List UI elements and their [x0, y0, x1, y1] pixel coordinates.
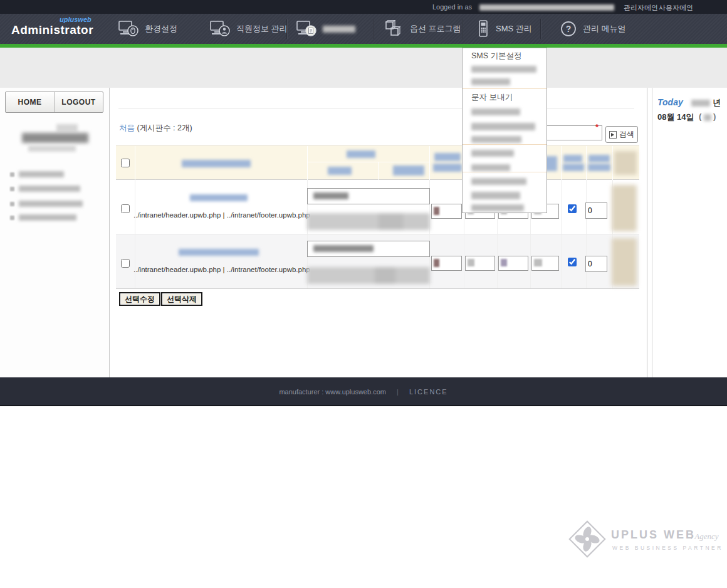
- menu-item-sms-basic[interactable]: SMS 기본설정: [471, 51, 522, 61]
- redacted-menu-item[interactable]: [471, 123, 535, 130]
- search-go-icon: [609, 131, 617, 139]
- redacted-input-value: [468, 259, 474, 266]
- year-suffix: 년: [713, 97, 721, 108]
- redacted-weekday: [704, 114, 711, 121]
- nav-item-manual[interactable]: ? 관리 메뉴얼: [560, 14, 626, 44]
- table-header-row: [116, 145, 639, 180]
- redacted-menu-item[interactable]: [471, 150, 514, 157]
- nav-item-settings[interactable]: 환경설정: [118, 14, 177, 44]
- monitor-person-icon: [209, 20, 231, 38]
- home-button[interactable]: HOME: [6, 92, 55, 112]
- redacted-menu-item[interactable]: [471, 66, 536, 73]
- boxes-icon: [384, 20, 404, 38]
- sidebar-item-redacted[interactable]: [10, 171, 64, 177]
- redacted-board-name-link[interactable]: [190, 194, 248, 201]
- nav-divider: [207, 19, 208, 39]
- redacted-column-header: [182, 160, 251, 167]
- menu-item-send-sms[interactable]: 문자 보내기: [471, 92, 513, 103]
- question-circle-icon: ?: [560, 20, 577, 38]
- main-navbar: uplusweb Administrator 환경설정 직원정보 관리: [0, 14, 727, 44]
- topbar: Logged in as 관리자메인 사용자메인: [0, 0, 727, 14]
- nav-item-label: 옵션 프로그램: [410, 23, 461, 34]
- redacted-menu-item[interactable]: [471, 204, 524, 211]
- redacted-column-header: [588, 155, 610, 162]
- redacted-option-row: [307, 213, 430, 230]
- admin-main-link[interactable]: 관리자메인: [624, 3, 658, 13]
- row-select-checkbox[interactable]: [121, 259, 130, 268]
- delete-selected-button[interactable]: 선택삭제: [161, 292, 202, 306]
- select-all-checkbox[interactable]: [121, 159, 130, 167]
- logout-button[interactable]: LOGOUT: [55, 92, 103, 112]
- nav-item-staff-info[interactable]: 직원정보 관리: [209, 14, 288, 44]
- nav-item-label: 관리 메뉴얼: [583, 23, 626, 34]
- redacted-column-header: [434, 153, 461, 161]
- redacted-option-row: [307, 267, 430, 284]
- nav-item-option-program[interactable]: 옵션 프로그램: [384, 14, 461, 44]
- order-input[interactable]: [585, 202, 607, 219]
- bullet-icon: [10, 216, 14, 220]
- paren-open: (: [699, 112, 701, 121]
- bullet-icon: [10, 202, 14, 206]
- redacted-menu-label: [19, 171, 64, 177]
- redacted-menu-item[interactable]: [471, 192, 520, 199]
- redacted-logged-in-user: [479, 4, 614, 11]
- use-checkbox[interactable]: [568, 204, 577, 213]
- nav-divider: [540, 19, 541, 39]
- redacted-menu-item[interactable]: [471, 178, 526, 185]
- redacted-menu-label: [19, 186, 80, 192]
- today-panel: Today 년 08월 14일 ( ): [652, 88, 727, 377]
- menu-separator: [463, 144, 547, 145]
- redacted-input-value: [434, 207, 439, 215]
- board-title-count: (게시판수 : 2개): [135, 123, 192, 132]
- redacted-menu-item[interactable]: [471, 164, 510, 171]
- redacted-header-action: [614, 151, 637, 175]
- nav-divider: [286, 19, 288, 39]
- board-table: ../intranet/header.upwb.php | ../intrane…: [116, 145, 639, 289]
- redacted-column-header: [563, 155, 582, 162]
- nav-item-redacted[interactable]: [296, 14, 355, 44]
- uplusweb-logo-text: UPLUS WEB: [611, 528, 696, 542]
- footer: manufacturer : www.uplusweb.com | LICENC…: [0, 377, 727, 406]
- redacted-column-header: [563, 164, 584, 171]
- nav-item-sms[interactable]: SMS 관리: [476, 14, 532, 44]
- redacted-menu-item[interactable]: [471, 78, 510, 85]
- redacted-sidebar-logo: [22, 133, 88, 143]
- redacted-row-actions[interactable]: [612, 238, 637, 286]
- left-sidebar: HOME LOGOUT: [0, 88, 110, 377]
- redacted-menu-item[interactable]: [471, 108, 520, 115]
- sidebar-item-redacted[interactable]: [10, 186, 80, 192]
- today-date: 08월 14일: [657, 112, 694, 123]
- redacted-board-name-link[interactable]: [179, 249, 259, 256]
- nav-divider: [373, 19, 374, 39]
- redacted-year: [691, 100, 710, 107]
- select-all-wrap: [121, 159, 130, 170]
- order-input[interactable]: [585, 256, 607, 272]
- sms-dropdown-menu: SMS 기본설정 문자 보내기: [462, 48, 547, 213]
- admin-screen: Logged in as 관리자메인 사용자메인 uplusweb Admini…: [0, 0, 727, 588]
- sidebar-item-redacted[interactable]: [10, 214, 76, 221]
- redacted-menu-item[interactable]: [471, 136, 521, 143]
- licence-link[interactable]: LICENCE: [409, 388, 448, 396]
- user-main-link[interactable]: 사용자메인: [659, 3, 693, 13]
- board-title: 처음 (게시판수 : 2개): [119, 123, 192, 134]
- uplusweb-diamond-icon: [567, 519, 607, 559]
- redacted-sidebar-logo-sub: [28, 145, 76, 152]
- nav-item-label: SMS 관리: [496, 23, 532, 34]
- row-paths: ../intranet/header.upwb.php | ../intrane…: [133, 211, 309, 219]
- redacted-row-actions[interactable]: [612, 185, 637, 231]
- redacted-input-value: [313, 245, 374, 252]
- row-select-checkbox[interactable]: [121, 204, 130, 213]
- bullet-icon: [10, 187, 14, 191]
- use-checkbox[interactable]: [568, 258, 577, 266]
- redacted-input-value: [501, 259, 507, 266]
- divider-line: [118, 108, 634, 108]
- edit-selected-button[interactable]: 선택수정: [119, 292, 160, 306]
- menu-separator: [463, 172, 547, 172]
- sidebar-item-redacted[interactable]: [10, 201, 83, 207]
- redacted-nav-label: [323, 26, 355, 33]
- board-title-link[interactable]: 처음: [119, 123, 135, 132]
- search-button-label: 검색: [619, 129, 634, 140]
- brand-sub-logo: uplusweb: [60, 16, 92, 23]
- redacted-sidebar-logo-top: [56, 124, 78, 132]
- search-button[interactable]: 검색: [605, 126, 638, 143]
